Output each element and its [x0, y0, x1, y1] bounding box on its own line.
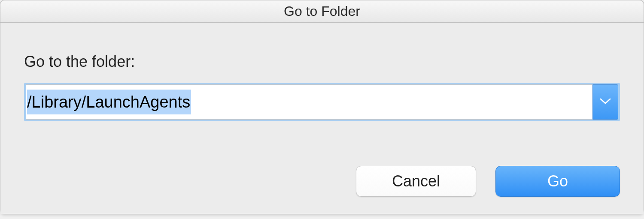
history-dropdown-button[interactable]: [592, 84, 618, 120]
chevron-down-icon: [599, 97, 611, 107]
go-button[interactable]: Go: [495, 166, 620, 197]
titlebar: Go to Folder: [0, 0, 644, 23]
folder-path-value: /Library/LaunchAgents: [27, 90, 191, 114]
go-to-folder-dialog: Go to Folder Go to the folder: /Library/…: [0, 0, 644, 214]
folder-path-input[interactable]: /Library/LaunchAgents: [26, 84, 592, 120]
path-input-row: /Library/LaunchAgents: [24, 83, 620, 121]
dialog-title: Go to Folder: [284, 3, 360, 19]
dialog-content: Go to the folder: /Library/LaunchAgents …: [0, 23, 644, 214]
prompt-label: Go to the folder:: [24, 53, 620, 71]
cancel-button[interactable]: Cancel: [356, 166, 476, 197]
button-row: Cancel Go: [356, 166, 620, 197]
